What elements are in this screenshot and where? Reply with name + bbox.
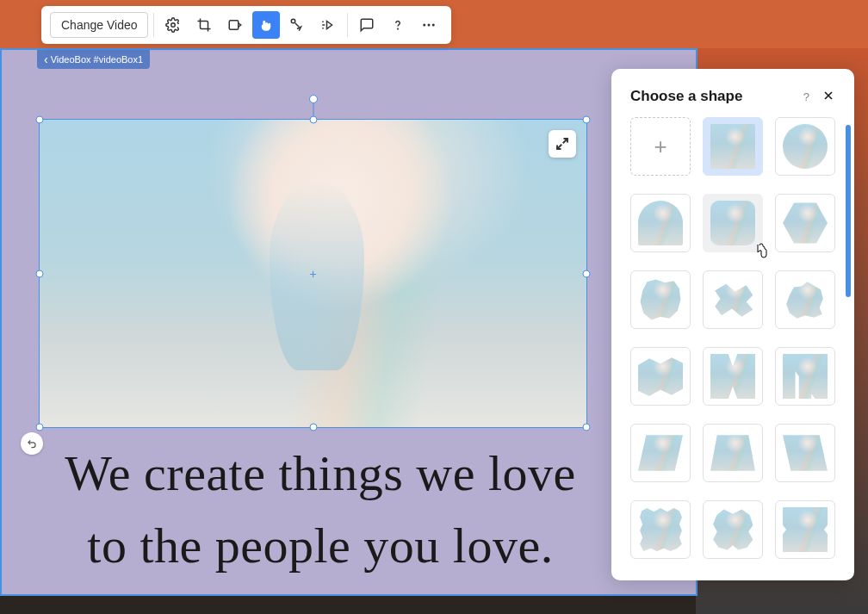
shape-thumbnail [783,507,828,552]
ticket-shape[interactable] [775,500,835,559]
mask-icon [227,17,243,33]
shape-thumbnail [783,201,828,245]
shape-thumbnail [710,277,755,322]
toolbar-divider [347,13,348,37]
shape-thumbnail [638,507,683,552]
expand-button[interactable] [549,130,576,158]
arch-shape[interactable] [630,194,691,252]
stamp-shape[interactable] [630,500,691,559]
shape-grid: + [611,117,854,580]
blob-shape[interactable] [630,270,691,329]
shape-thumbnail [638,431,683,475]
gear-icon [165,17,181,33]
toolbar-divider [153,13,154,37]
panel-header: Choose a shape ? [611,69,854,117]
slats-shape[interactable] [775,347,835,406]
animation-button[interactable] [314,11,342,39]
shape-thumbnail [638,201,683,245]
hexagon-shape[interactable] [775,194,835,252]
zigzag-shape[interactable] [703,270,763,329]
ribbon-shape[interactable] [703,347,763,406]
crop-button[interactable] [190,11,218,39]
svg-point-4 [398,28,399,29]
resize-handle-ne[interactable] [583,116,591,124]
resize-handle-se[interactable] [583,424,591,431]
plus-icon: + [654,133,666,160]
rectangle-shape[interactable] [703,117,763,176]
crop-icon [196,17,212,33]
page-canvas[interactable]: + We create things we love to the people… [0,48,698,596]
undo-button[interactable] [21,432,43,455]
svg-point-5 [424,24,426,27]
panel-scrollbar[interactable] [846,125,851,297]
motion-icon [320,17,336,33]
expand-icon [555,136,570,152]
shape-thumbnail [638,354,683,399]
shape-panel: Choose a shape ? + [611,69,854,580]
trapezoid-shape[interactable] [703,424,763,482]
shape-thumbnail [783,431,828,475]
svg-point-6 [428,24,431,27]
parallelogram-left-shape[interactable] [630,424,691,482]
resize-handle-nw[interactable] [36,116,44,124]
more-button[interactable] [415,11,443,39]
rotate-handle[interactable] [309,95,318,103]
shape-thumbnail [710,507,755,552]
rounded-rect-shape[interactable] [703,194,763,252]
change-video-button[interactable]: Change Video [50,12,148,38]
video-content-figure [270,181,364,370]
behaviors-button[interactable] [283,11,311,39]
resize-handle-e[interactable] [583,270,591,277]
mask-button[interactable] [221,11,249,39]
floating-toolbar: Change Video [41,6,451,44]
shape-thumbnail [710,124,755,169]
resize-handle-s[interactable] [309,424,317,431]
element-tag-label: VideoBox #videoBox1 [51,54,143,65]
more-icon [421,17,437,33]
help-button[interactable] [384,11,412,39]
panel-close-button[interactable] [822,89,835,105]
circle-shape[interactable] [775,117,835,176]
resize-handle-n[interactable] [309,116,317,124]
comment-button[interactable] [353,11,381,39]
resize-handle-w[interactable] [36,270,44,277]
hand-wave-icon [258,17,274,33]
headline-text[interactable]: We create things we love to the people y… [45,437,596,582]
wave-shape[interactable] [630,347,691,406]
center-marker-icon: + [309,267,316,281]
link-arrow-icon [289,17,305,33]
shape-thumbnail [783,277,828,322]
undo-icon [26,437,38,450]
shape-thumbnail [638,277,683,322]
help-icon [390,17,406,33]
shape-thumbnail [710,354,755,399]
parallelogram-right-shape[interactable] [775,424,835,482]
panel-help-button[interactable]: ? [803,90,809,103]
svg-point-7 [432,24,435,27]
shape-thumbnail [783,124,828,169]
cloud-shape[interactable] [775,270,835,329]
element-tag[interactable]: VideoBox #videoBox1 [37,50,150,69]
svg-point-2 [292,19,296,23]
shape-thumbnail [710,201,755,245]
shape-thumbnail [710,431,755,475]
quatrefoil-shape[interactable] [703,500,763,559]
resize-handle-sw[interactable] [36,424,44,431]
video-box-element[interactable]: + [39,119,587,428]
settings-button[interactable] [159,11,187,39]
add-shape[interactable]: + [630,117,691,176]
svg-rect-1 [230,21,239,30]
close-icon [822,89,835,102]
svg-point-0 [171,23,176,28]
comment-icon [359,17,375,33]
panel-title: Choose a shape [630,88,742,105]
shape-button[interactable] [252,11,280,39]
shape-thumbnail [783,354,828,399]
